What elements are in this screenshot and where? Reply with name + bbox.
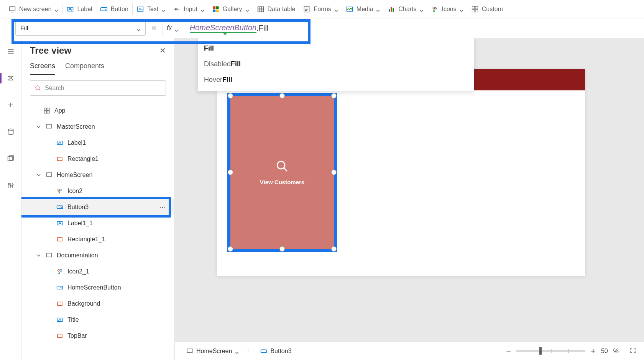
ribbon-data-table[interactable]: Data table: [253, 0, 299, 18]
svg-rect-8: [216, 9, 219, 12]
tree-tabs: Screens Components: [21, 59, 174, 75]
svg-point-15: [433, 7, 435, 9]
iconset-icon: [56, 187, 64, 195]
ribbon-label[interactable]: Label: [62, 0, 96, 18]
ribbon-data-table-label: Data table: [268, 6, 296, 13]
tree-item-label1[interactable]: Label1: [21, 135, 174, 151]
tree-item-topbar[interactable]: TopBar: [21, 328, 174, 344]
tree-item-background[interactable]: Background: [21, 296, 174, 312]
breadcrumb-screen[interactable]: HomeScreen: [182, 346, 243, 356]
fullscreen-icon[interactable]: [629, 347, 636, 355]
rail-media[interactable]: [0, 151, 21, 166]
zoom-controls: − + 50 %: [506, 346, 636, 356]
ribbon-media[interactable]: Media: [342, 0, 384, 18]
svg-point-47: [277, 161, 285, 169]
tree-item-label: App: [54, 107, 65, 114]
expand-icon[interactable]: [36, 254, 41, 257]
zoom-slider[interactable]: [516, 350, 585, 352]
search-icon: [276, 160, 289, 173]
ribbon-charts[interactable]: Charts: [384, 0, 427, 18]
tree-item-rectangle1[interactable]: Rectangle1: [21, 151, 174, 167]
rail-hamburger[interactable]: [0, 44, 21, 59]
expand-icon[interactable]: [36, 173, 41, 177]
svg-rect-40: [46, 253, 52, 257]
svg-point-23: [8, 183, 9, 185]
svg-rect-5: [213, 6, 215, 9]
media-icon: [346, 5, 353, 13]
zoom-value: 50: [601, 348, 608, 355]
ribbon-forms[interactable]: Forms: [299, 0, 342, 18]
text-icon: Abc: [136, 5, 144, 13]
tree-item-title[interactable]: Title: [21, 312, 174, 328]
tree-item-homescreen[interactable]: HomeScreen: [21, 167, 174, 183]
fx-label: fx: [167, 24, 172, 32]
ribbon-label-text: Label: [77, 6, 92, 13]
iconset-icon: [56, 268, 64, 275]
svg-point-20: [8, 129, 13, 131]
ribbon: New screen Label Button Abc Text Input G…: [0, 0, 644, 18]
app-icon: [43, 107, 51, 115]
chevron-down-icon: [174, 26, 178, 30]
tree-item-homescreenbutton[interactable]: HomeScreenButton: [21, 280, 174, 296]
autocomplete-item[interactable]: Fill: [198, 41, 474, 56]
ribbon-gallery[interactable]: Gallery: [208, 0, 253, 18]
tree-item-masterscreen[interactable]: MasterScreen: [21, 119, 174, 135]
chevron-down-icon: [161, 7, 165, 11]
svg-rect-39: [58, 238, 62, 241]
ribbon-text[interactable]: Abc Text: [133, 0, 169, 18]
autocomplete-item[interactable]: DisabledFill: [198, 56, 474, 72]
tree-panel: Tree view ✕ Screens Components Search Ap…: [21, 38, 175, 360]
tab-components[interactable]: Components: [65, 62, 104, 75]
close-icon[interactable]: ✕: [159, 46, 166, 55]
svg-rect-28: [47, 108, 49, 110]
screen-icon: [8, 5, 16, 13]
chevron-down-icon: [200, 7, 204, 11]
tab-screens[interactable]: Screens: [30, 62, 55, 75]
rail-settings[interactable]: [0, 178, 21, 193]
zoom-in-button[interactable]: +: [591, 346, 596, 356]
tree-item-icon2_1[interactable]: Icon2_1: [21, 263, 174, 280]
tree-item-label: Rectangle1_1: [67, 236, 105, 243]
tree-item-app[interactable]: App: [21, 103, 174, 119]
autocomplete-item[interactable]: HoverFill: [198, 72, 474, 88]
svg-rect-36: [60, 189, 62, 191]
svg-rect-14: [393, 8, 394, 11]
svg-rect-43: [57, 286, 63, 289]
fx-button[interactable]: fx: [163, 21, 182, 36]
formula-input[interactable]: HomeScreenButton.Fill: [186, 21, 629, 36]
ribbon-icons-label: Icons: [442, 6, 457, 13]
ribbon-new-screen[interactable]: New screen: [5, 0, 62, 18]
tree-item-documentation[interactable]: Documentation: [21, 247, 174, 263]
tree-item-button3[interactable]: Button3⋯: [21, 199, 174, 215]
rail-data[interactable]: [0, 124, 21, 139]
svg-rect-18: [472, 9, 475, 12]
screen-stage[interactable]: Home Screen View Customers: [217, 69, 585, 276]
button-view-customers[interactable]: View Customers: [230, 96, 334, 249]
svg-rect-42: [60, 270, 62, 272]
tree-item-label: Title: [67, 316, 79, 323]
breadcrumb-control[interactable]: Button3: [256, 346, 295, 356]
input-icon: [173, 5, 181, 13]
expand-icon[interactable]: [36, 125, 41, 129]
tree-item-rectangle1_1[interactable]: Rectangle1_1: [21, 231, 174, 247]
property-dropdown[interactable]: Fill: [15, 21, 146, 36]
ribbon-icons[interactable]: Icons: [427, 0, 467, 18]
tree-search[interactable]: Search: [30, 80, 166, 96]
ribbon-input-label: Input: [184, 6, 197, 13]
tree-item-label: MasterScreen: [57, 123, 95, 130]
svg-rect-31: [46, 124, 52, 128]
canvas-area: FillDisabledFillHoverFill Home Screen Vi…: [175, 38, 644, 360]
more-icon[interactable]: ⋯: [159, 203, 167, 211]
tree-item-icon2[interactable]: Icon2: [21, 183, 174, 199]
zoom-out-button[interactable]: −: [506, 346, 511, 356]
rail-insert[interactable]: [0, 97, 21, 113]
rail-tree-view[interactable]: [0, 70, 21, 86]
tree-item-label1_1[interactable]: Label1_1: [21, 215, 174, 231]
ribbon-button[interactable]: Button: [96, 0, 132, 18]
svg-rect-34: [46, 173, 52, 177]
formula-reference: HomeScreenButton: [190, 23, 257, 33]
ribbon-input[interactable]: Input: [169, 0, 208, 18]
ribbon-custom[interactable]: Custom: [467, 0, 507, 18]
chevron-down-icon: [245, 7, 249, 11]
chevron-down-icon: [460, 7, 463, 11]
